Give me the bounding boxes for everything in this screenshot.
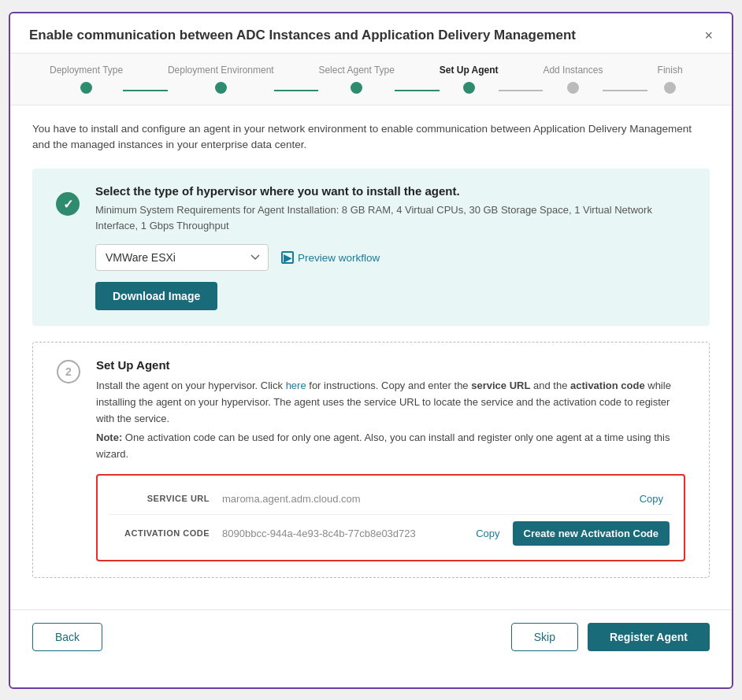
agent-content: Set Up Agent Install the agent on your h… — [96, 358, 685, 561]
connector-4 — [499, 90, 544, 91]
agent-desc-part3: and the — [530, 380, 570, 391]
instructions-link[interactable]: here — [286, 380, 306, 391]
agent-section: 2 Set Up Agent Install the agent on your… — [32, 342, 710, 578]
step-add-instances: Add Instances — [543, 65, 603, 94]
register-agent-button[interactable]: Register Agent — [588, 623, 710, 651]
download-image-button[interactable]: Download Image — [95, 282, 217, 310]
step-dot-3 — [351, 82, 362, 94]
stepper: Deployment Type Deployment Environment S… — [10, 54, 732, 106]
step-setup-agent: Set Up Agent — [440, 65, 499, 94]
main-modal: Enable communication between ADC Instanc… — [9, 12, 733, 689]
footer-right: Skip Register Agent — [511, 623, 710, 651]
service-url-input[interactable] — [222, 493, 633, 505]
modal-header: Enable communication between ADC Instanc… — [10, 13, 732, 54]
modal-footer: Back Skip Register Agent — [10, 609, 732, 664]
service-url-row: SERVICE URL Copy — [109, 483, 673, 515]
service-url-bold: service URL — [471, 380, 530, 391]
connector-3 — [395, 90, 440, 91]
step-agent-type: Select Agent Type — [318, 65, 395, 94]
agent-desc-part2: for instructions. Copy and enter the — [306, 380, 472, 391]
agent-note-text: One activation code can be used for only… — [96, 431, 670, 460]
connector-2 — [274, 90, 319, 91]
step-number-2: 2 — [57, 360, 80, 383]
activation-code-bold: activation code — [570, 380, 645, 391]
connector-5 — [603, 90, 647, 91]
skip-button[interactable]: Skip — [511, 623, 578, 651]
hypervisor-select[interactable]: VMWare ESXi KVM Citrix XenServer — [95, 244, 269, 271]
footer-left: Back — [32, 623, 102, 651]
close-button[interactable]: × — [704, 28, 713, 43]
agent-desc-part1: Install the agent on your hypervisor. Cl… — [96, 380, 286, 391]
hypervisor-row: VMWare ESXi KVM Citrix XenServer ▶ Previ… — [95, 244, 686, 271]
hypervisor-subtitle: Minimum System Requirements for Agent In… — [95, 202, 686, 233]
agent-title: Set Up Agent — [96, 358, 685, 372]
connector-1 — [123, 90, 168, 91]
modal-title: Enable communication between ADC Instanc… — [29, 28, 576, 43]
step-deployment-env: Deployment Environment — [168, 65, 274, 94]
step-label-6: Finish — [658, 65, 683, 76]
step-dot-2 — [215, 82, 227, 94]
step-deployment-type: Deployment Type — [50, 65, 123, 94]
step-label-4: Set Up Agent — [440, 65, 499, 76]
back-button[interactable]: Back — [32, 623, 102, 651]
step-label-5: Add Instances — [543, 65, 603, 76]
blue-content: Select the type of hypervisor where you … — [95, 184, 686, 310]
step-label-2: Deployment Environment — [168, 65, 274, 76]
step-dot-4 — [463, 82, 475, 94]
hypervisor-section: Select the type of hypervisor where you … — [32, 169, 710, 326]
hypervisor-title: Select the type of hypervisor where you … — [95, 184, 686, 198]
agent-note: Note: One activation code can be used fo… — [96, 430, 685, 463]
activation-code-row: ACTIVATION CODE Copy Create new Activati… — [109, 515, 673, 552]
step-label-3: Select Agent Type — [318, 65, 395, 76]
service-url-label: SERVICE URL — [112, 494, 222, 503]
step-dot-1 — [80, 82, 92, 94]
agent-description: Install the agent on your hypervisor. Cl… — [96, 378, 685, 427]
code-box: SERVICE URL Copy ACTIVATION CODE Copy Cr… — [96, 474, 685, 561]
step-dot-6 — [664, 82, 676, 94]
copy-activation-code-button[interactable]: Copy — [469, 524, 506, 543]
activation-code-input[interactable] — [222, 528, 469, 539]
step-label-1: Deployment Type — [50, 65, 123, 76]
description-text: You have to install and configure an age… — [32, 121, 710, 154]
copy-service-url-button[interactable]: Copy — [633, 490, 670, 508]
check-icon — [56, 192, 80, 216]
preview-label: Preview workflow — [298, 252, 380, 264]
step-finish: Finish — [647, 65, 692, 94]
preview-workflow-link[interactable]: ▶ Preview workflow — [281, 251, 380, 264]
play-icon: ▶ — [281, 251, 294, 264]
step-dot-5 — [567, 82, 579, 94]
activation-code-label: ACTIVATION CODE — [112, 528, 222, 538]
modal-body: You have to install and configure an age… — [10, 106, 732, 609]
create-activation-code-button[interactable]: Create new Activation Code — [513, 521, 670, 546]
